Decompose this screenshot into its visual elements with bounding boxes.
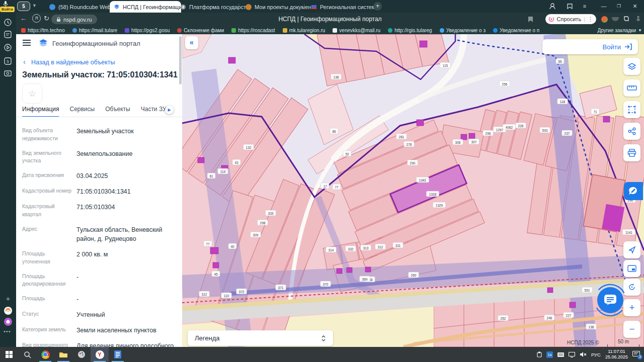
yandex-mail-icon[interactable] <box>4 306 13 315</box>
browser-tab[interactable]: (58) Roundcube Webmail <box>45 2 115 13</box>
alice-assistant-icon[interactable] <box>4 317 13 326</box>
field-row: Площадь- <box>22 295 178 304</box>
back-link[interactable]: Назад в найденные объекты <box>31 59 115 66</box>
new-tab-button[interactable]: + <box>373 2 382 11</box>
tab-counter-button[interactable]: 5 <box>17 2 30 11</box>
favorite-star-button[interactable]: ☆ <box>22 83 42 104</box>
voice-login-badge[interactable]: Войти <box>0 7 15 12</box>
more-options-icon[interactable]: ⋮ <box>588 16 593 23</box>
parcel-label: 55 <box>558 60 562 63</box>
geolocation-button[interactable] <box>623 241 640 258</box>
other-bookmarks-button[interactable]: Другие закладки▼ <box>597 28 642 33</box>
bookmark-favicon <box>231 28 236 33</box>
extension-icon[interactable] <box>601 16 608 23</box>
bookmark-item[interactable]: https://pgs2.gosu <box>125 28 170 33</box>
tab-services[interactable]: Сервисы <box>69 106 95 117</box>
tab-objects[interactable]: Объекты <box>105 106 130 117</box>
tabs-chevron-icon[interactable]: ▼ <box>32 3 37 8</box>
display-tray-icon[interactable] <box>569 352 575 357</box>
video-play-icon[interactable] <box>4 43 13 52</box>
paint-taskbar-icon[interactable] <box>72 347 91 362</box>
tab-information[interactable]: Информация <box>22 106 59 117</box>
select-area-button[interactable] <box>623 101 640 118</box>
menu-icon[interactable]: ≡ <box>578 0 592 12</box>
bookmark-favicon <box>440 28 444 33</box>
tab-parts[interactable]: Части ЗУ <box>141 106 167 117</box>
bookmark-favicon <box>388 28 392 33</box>
bookmark-flag-icon[interactable] <box>528 16 533 25</box>
parcel-label: 252 <box>501 317 506 320</box>
print-button[interactable] <box>623 144 640 161</box>
close-window-icon[interactable]: ✕ <box>628 0 642 12</box>
clock[interactable]: 11:07:01 25.06.2025 <box>605 349 628 360</box>
protect-icon[interactable] <box>623 16 630 25</box>
field-row: Категория земельЗемли населенных пунктов <box>22 326 178 335</box>
browser-tabstrip: Войти 5 ▼ (58) Roundcube Webmail НСПД | … <box>0 0 644 13</box>
browser-tab[interactable]: Мои проекты документо <box>242 2 311 13</box>
scale-label: 50 m <box>607 339 639 344</box>
taskbar-search-icon[interactable] <box>18 347 36 362</box>
yandex-browser-taskbar-icon[interactable]: Y <box>91 347 109 362</box>
minimize-window-icon[interactable]: — <box>597 0 611 12</box>
chat-fab[interactable] <box>593 283 627 317</box>
sidebar-more-icon[interactable]: ••• <box>4 328 13 337</box>
parcel-label: 370 <box>323 283 329 286</box>
lang-app-tray-icon[interactable]: 1а <box>546 351 553 358</box>
measure-ruler-button[interactable] <box>623 79 640 97</box>
document-taskbar-icon[interactable] <box>109 347 127 362</box>
parcel-label: 1141 <box>625 231 632 234</box>
bookmark-item[interactable]: http://rgis.tulareg <box>388 28 432 33</box>
volume-muted-icon[interactable] <box>580 351 587 357</box>
login-button[interactable]: Войти <box>542 39 638 54</box>
portal-logo-icon <box>38 38 48 49</box>
windows-taskbar: Y 1а РУС 11:07:01 25.06.2025 3 <box>0 347 644 362</box>
bookmark-favicon <box>283 28 287 33</box>
back-chevron-icon[interactable]: ‹ <box>23 58 26 66</box>
bookmark-item[interactable]: Уведомление о з <box>440 28 486 33</box>
bookmark-item[interactable]: Уведомление о п <box>493 28 539 33</box>
layers-button[interactable] <box>623 58 640 75</box>
panel-scrollbar[interactable] <box>179 36 182 84</box>
notes-icon[interactable] <box>4 30 13 39</box>
hamburger-menu-icon[interactable] <box>22 39 31 48</box>
feedback-sticker-button[interactable] <box>624 182 643 200</box>
bookmark-item[interactable]: https://mail.tulare <box>72 28 117 33</box>
cadastral-map[interactable]: 1381158652177728127629013411318132930630… <box>182 34 644 347</box>
bookmark-item[interactable]: mk.tularegion.ru <box>283 28 326 33</box>
history-icon[interactable] <box>4 18 13 27</box>
parcel-label: 77 <box>335 186 339 189</box>
bookmark-item[interactable]: Склонение фами <box>177 28 224 33</box>
clipboard-tray-icon[interactable] <box>537 351 542 357</box>
zoom-out-button[interactable]: − <box>623 321 640 338</box>
browser-tab-active[interactable]: НСПД | Геоинформаци ✕ <box>110 1 181 13</box>
parcel-label: 132 <box>246 146 252 149</box>
add-panel-icon[interactable]: + <box>4 294 13 303</box>
bookmark-item[interactable]: venevkks@mail.ru <box>333 28 380 33</box>
collapse-panel-button[interactable]: « <box>185 36 198 49</box>
panel-tray-icon[interactable] <box>557 352 564 357</box>
notifications-icon[interactable]: 3 <box>632 351 641 358</box>
bookmark-item[interactable]: https://tm.techno <box>21 28 65 33</box>
field-row: Дата присвоения03.04.2025 <box>22 171 178 180</box>
tabs-scroll-right-button[interactable]: ▶ <box>165 106 174 114</box>
parcel-label: 332 <box>348 247 354 251</box>
tabs-panel-icon[interactable]: 5 <box>4 57 13 66</box>
legend-bar[interactable]: Легенда <box>188 330 333 346</box>
restore-window-icon[interactable]: ❐ <box>612 0 626 12</box>
minimap-button[interactable] <box>623 260 640 277</box>
gosuslugi-favicon <box>180 4 186 10</box>
chrome-taskbar-icon[interactable] <box>36 347 54 362</box>
collections-icon[interactable] <box>562 0 577 12</box>
start-button[interactable] <box>0 347 18 362</box>
downloads-icon[interactable]: ⇩ <box>635 15 641 23</box>
explorer-taskbar-icon[interactable] <box>54 347 72 362</box>
language-indicator[interactable]: РУС <box>591 352 601 357</box>
parcel-label: 281 <box>399 135 405 139</box>
ask-ai-button[interactable]: Спросить | ⋮ <box>545 14 596 24</box>
browser-tab[interactable]: Региональная система з <box>307 2 376 13</box>
browser-tab[interactable]: Платформа государстве <box>176 2 246 13</box>
screenshot-icon[interactable] <box>4 69 13 78</box>
share-button[interactable] <box>623 123 640 140</box>
bookmark-item[interactable]: https://roscadast <box>231 28 275 33</box>
profile-avatar-icon[interactable] <box>545 0 559 12</box>
